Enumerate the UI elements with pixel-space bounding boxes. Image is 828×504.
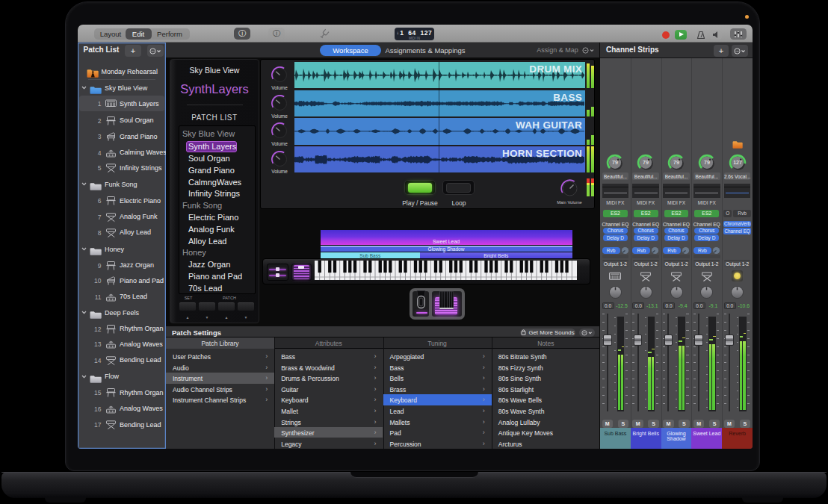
svg-text:127: 127 <box>733 160 742 165</box>
svg-text:79: 79 <box>704 160 710 165</box>
svg-text:79: 79 <box>643 160 649 165</box>
svg-text:79: 79 <box>673 160 679 165</box>
svg-text:79: 79 <box>612 160 618 165</box>
